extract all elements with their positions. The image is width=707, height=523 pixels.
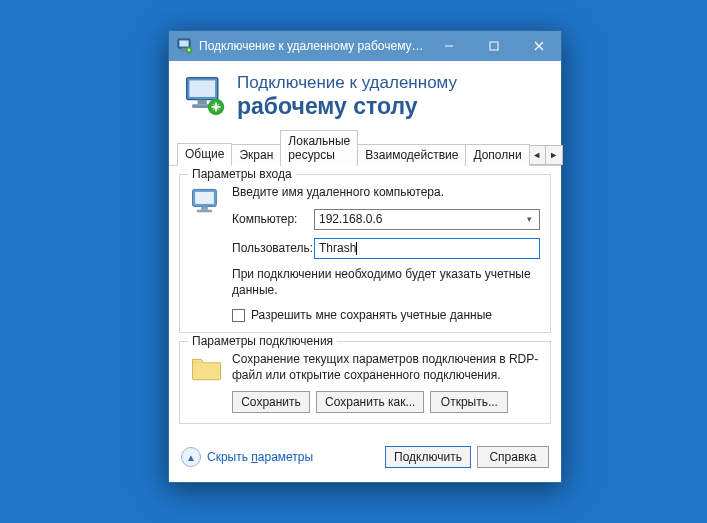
help-button[interactable]: Справка <box>477 446 549 468</box>
svg-rect-6 <box>490 42 498 50</box>
group-connection: Параметры подключения Сохранение текущих… <box>179 341 551 424</box>
header-text: Подключение к удаленному рабочему столу <box>237 73 457 119</box>
login-instruction: Введите имя удаленного компьютера. <box>232 185 540 199</box>
save-credentials-row[interactable]: Разрешить мне сохранять учетные данные <box>232 308 540 322</box>
tab-general[interactable]: Общие <box>177 143 232 166</box>
save-credentials-label: Разрешить мне сохранять учетные данные <box>251 308 492 322</box>
save-credentials-checkbox[interactable] <box>232 309 245 322</box>
hide-options-link[interactable]: ▲ Скрыть параметры <box>181 447 313 467</box>
rdp-window: Подключение к удаленному рабочему с... П… <box>168 30 562 483</box>
header-line2: рабочему столу <box>237 93 457 119</box>
tab-body: Параметры входа Введите имя удаленного к… <box>169 166 561 438</box>
tab-display[interactable]: Экран <box>231 144 281 166</box>
group-login-legend: Параметры входа <box>188 167 296 181</box>
header-line1: Подключение к удаленному <box>237 73 457 93</box>
computer-combo[interactable]: 192.168.0.6 ▾ <box>314 209 540 230</box>
minimize-button[interactable] <box>426 31 471 61</box>
close-button[interactable] <box>516 31 561 61</box>
chevron-down-icon: ▾ <box>522 212 537 227</box>
tab-local[interactable]: Локальные ресурсы <box>280 130 358 166</box>
computer-icon <box>190 186 224 220</box>
tab-scroll-left[interactable]: ◄ <box>528 145 546 165</box>
computer-value: 192.168.0.6 <box>319 212 382 226</box>
credentials-note: При подключении необходимо будет указать… <box>232 267 540 298</box>
app-icon <box>177 38 193 54</box>
folder-icon <box>190 352 224 382</box>
rdp-icon <box>183 74 227 118</box>
user-value: Thrash <box>319 241 356 255</box>
tabstrip: Общие Экран Локальные ресурсы Взаимодейс… <box>169 129 561 166</box>
svg-rect-2 <box>182 48 186 50</box>
tab-scroll-right[interactable]: ► <box>545 145 563 165</box>
group-login: Параметры входа Введите имя удаленного к… <box>179 174 551 333</box>
save-button[interactable]: Сохранить <box>232 391 310 413</box>
svg-rect-15 <box>195 192 214 204</box>
connection-text: Сохранение текущих параметров подключени… <box>232 352 540 383</box>
svg-rect-17 <box>197 210 212 213</box>
svg-rect-1 <box>180 41 189 47</box>
footer: ▲ Скрыть параметры Подключить Справка <box>169 438 561 482</box>
computer-label: Компьютер: <box>232 212 314 226</box>
svg-rect-16 <box>201 206 208 209</box>
group-connection-legend: Параметры подключения <box>188 334 337 348</box>
tab-scroll: ◄ ► <box>529 145 563 165</box>
open-button[interactable]: Открыть... <box>430 391 508 413</box>
svg-rect-11 <box>198 100 207 105</box>
connect-button[interactable]: Подключить <box>385 446 471 468</box>
maximize-button[interactable] <box>471 31 516 61</box>
text-cursor <box>356 242 357 255</box>
user-input[interactable]: Thrash <box>314 238 540 259</box>
hide-options-label: Скрыть параметры <box>207 450 313 464</box>
chevron-up-icon: ▲ <box>181 447 201 467</box>
window-title: Подключение к удаленному рабочему с... <box>199 39 426 53</box>
user-label: Пользователь: <box>232 241 314 255</box>
svg-rect-10 <box>189 80 215 97</box>
tab-experience[interactable]: Взаимодействие <box>357 144 466 166</box>
header: Подключение к удаленному рабочему столу <box>169 61 561 129</box>
save-as-button[interactable]: Сохранить как... <box>316 391 424 413</box>
titlebar: Подключение к удаленному рабочему с... <box>169 31 561 61</box>
tab-advanced[interactable]: Дополни <box>465 144 529 166</box>
connection-buttons: Сохранить Сохранить как... Открыть... <box>232 391 540 413</box>
